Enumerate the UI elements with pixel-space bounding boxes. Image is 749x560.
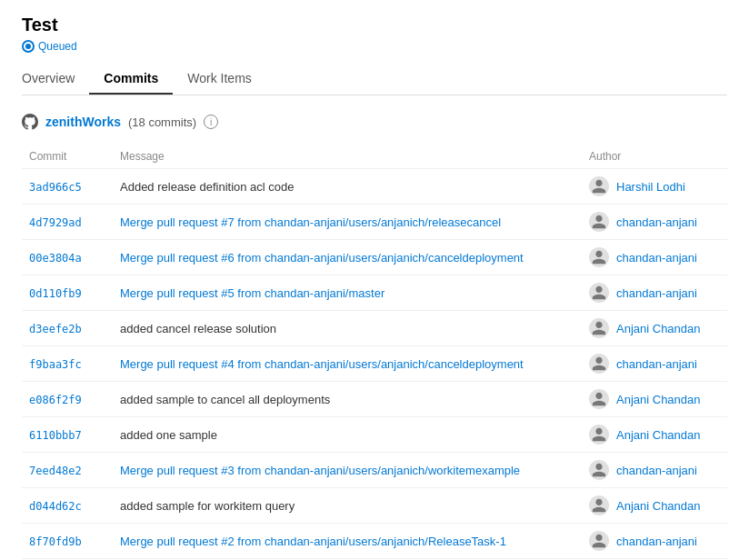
repo-name[interactable]: zenithWorks [45, 115, 121, 129]
author-name[interactable]: Anjani Chandan [616, 393, 701, 406]
table-row: 3ad966c5Added release definition acl cod… [22, 169, 727, 205]
author-name[interactable]: chandan-anjani [616, 251, 697, 265]
author-name[interactable]: Anjani Chandan [616, 428, 701, 442]
avatar [589, 318, 609, 338]
avatar [589, 283, 609, 303]
queued-icon [22, 40, 35, 53]
commit-hash[interactable]: 00e3804a [29, 252, 82, 265]
commit-hash[interactable]: d3eefe2b [29, 323, 82, 335]
author-name[interactable]: chandan-anjani [616, 535, 697, 548]
table-row: 0d110fb9Merge pull request #5 from chand… [22, 275, 727, 311]
commit-message[interactable]: Merge pull request #6 from chandan-anjan… [120, 251, 524, 265]
queued-badge[interactable]: Queued [22, 40, 77, 53]
commit-hash[interactable]: 3ad966c5 [29, 181, 82, 194]
commit-message[interactable]: Merge pull request #7 from chandan-anjan… [120, 215, 501, 229]
avatar [589, 460, 609, 480]
col-header-message: Message [113, 145, 582, 169]
commit-count: (18 commits) [128, 115, 196, 129]
author-cell: Harshil Lodhi [589, 176, 720, 196]
info-icon[interactable]: i [204, 115, 218, 129]
repo-header: zenithWorks (18 commits) i [22, 114, 727, 130]
avatar [589, 495, 609, 515]
commit-message: added sample to cancel all deployments [120, 393, 330, 406]
svg-point-0 [25, 44, 31, 49]
commit-hash[interactable]: 0d110fb9 [29, 287, 82, 300]
commit-hash[interactable]: 8f70fd9b [29, 535, 82, 548]
avatar [589, 176, 609, 196]
commit-message[interactable]: Merge pull request #4 from chandan-anjan… [120, 357, 524, 371]
table-row: 00e3804aMerge pull request #6 from chand… [22, 240, 727, 275]
commit-message[interactable]: Merge pull request #5 from chandan-anjan… [120, 286, 384, 300]
author-cell: chandan-anjani [589, 460, 720, 480]
author-cell: chandan-anjani [589, 354, 720, 374]
table-row: f9baa3fcMerge pull request #4 from chand… [22, 346, 727, 382]
table-row: d3eefe2badded cancel release solution An… [22, 311, 727, 346]
commit-hash[interactable]: d044d62c [29, 500, 82, 513]
tab-workitems[interactable]: Work Items [173, 64, 266, 95]
table-row: e086f2f9added sample to cancel all deplo… [22, 382, 727, 417]
table-row: 7eed48e2Merge pull request #3 from chand… [22, 453, 727, 488]
commit-hash[interactable]: e086f2f9 [29, 394, 82, 406]
commit-hash[interactable]: f9baa3fc [29, 358, 82, 371]
author-cell: Anjani Chandan [589, 389, 720, 409]
avatar [589, 354, 609, 374]
tab-commits[interactable]: Commits [89, 64, 173, 95]
author-name[interactable]: chandan-anjani [616, 215, 697, 229]
table-row: d044d62cadded sample for workitem query … [22, 488, 727, 524]
table-row: 4d7929adMerge pull request #7 from chand… [22, 205, 727, 240]
col-header-commit: Commit [22, 145, 113, 169]
commit-message[interactable]: Merge pull request #3 from chandan-anjan… [120, 464, 520, 477]
commit-message: added one sample [120, 428, 217, 442]
commit-message: Added release definition acl code [120, 180, 295, 194]
commit-hash[interactable]: 4d7929ad [29, 216, 82, 229]
queued-label: Queued [38, 40, 77, 53]
commit-hash[interactable]: 6110bbb7 [29, 429, 82, 442]
author-cell: chandan-anjani [589, 212, 720, 232]
author-name[interactable]: chandan-anjani [616, 286, 697, 300]
avatar [589, 531, 609, 551]
col-header-author: Author [582, 145, 727, 169]
author-name[interactable]: chandan-anjani [616, 464, 697, 477]
author-cell: chandan-anjani [589, 247, 720, 267]
author-name[interactable]: Anjani Chandan [616, 322, 701, 335]
commit-hash[interactable]: 7eed48e2 [29, 465, 82, 477]
author-cell: Anjani Chandan [589, 495, 720, 515]
table-row: 6110bbb7added one sample Anjani Chandan [22, 417, 727, 453]
nav-tabs: Overview Commits Work Items [22, 64, 727, 95]
avatar [589, 247, 609, 267]
avatar [589, 389, 609, 409]
author-cell: Anjani Chandan [589, 425, 720, 445]
commits-table: Commit Message Author 3ad966c5Added rele… [22, 145, 727, 560]
commit-message[interactable]: Merge pull request #2 from chandan-anjan… [120, 535, 506, 548]
commit-message: added cancel release solution [120, 322, 276, 335]
author-cell: chandan-anjani [589, 531, 720, 551]
commit-message: added sample for workitem query [120, 499, 295, 513]
table-row: 8f70fd9bMerge pull request #2 from chand… [22, 524, 727, 559]
author-cell: Anjani Chandan [589, 318, 720, 338]
author-name[interactable]: Harshil Lodhi [616, 180, 685, 194]
avatar [589, 212, 609, 232]
page-title: Test [22, 15, 727, 35]
tab-overview[interactable]: Overview [22, 64, 89, 95]
author-name[interactable]: Anjani Chandan [616, 499, 701, 513]
github-icon [22, 114, 38, 130]
avatar [589, 425, 609, 445]
author-name[interactable]: chandan-anjani [616, 357, 697, 371]
author-cell: chandan-anjani [589, 283, 720, 303]
